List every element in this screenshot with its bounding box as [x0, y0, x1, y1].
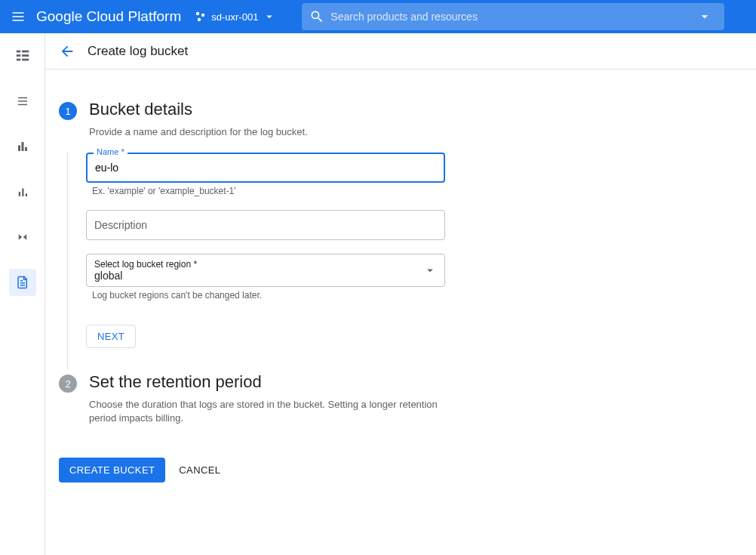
svg-rect-8 — [22, 59, 29, 61]
sub-header: Create log bucket — [45, 33, 756, 69]
page-title: Create log bucket — [88, 44, 188, 59]
step-2-desc: Choose the duration that logs are stored… — [89, 398, 466, 425]
svg-point-0 — [196, 12, 199, 15]
name-input[interactable] — [95, 162, 436, 174]
nav-logs-icon[interactable] — [9, 42, 36, 69]
name-field[interactable]: Name * — [86, 153, 445, 183]
nav-router-icon[interactable] — [9, 224, 36, 251]
search-expand-icon[interactable] — [693, 5, 717, 29]
nav-metrics-icon[interactable] — [9, 178, 36, 205]
region-select[interactable]: Select log bucket region * global — [86, 254, 445, 287]
nav-dashboard-icon[interactable] — [9, 133, 36, 160]
step-1-title: Bucket details — [89, 100, 573, 119]
svg-rect-14 — [25, 147, 27, 151]
dropdown-icon — [423, 264, 437, 277]
svg-rect-13 — [21, 142, 23, 151]
svg-point-1 — [201, 14, 204, 17]
region-helper: Log bucket regions can't be changed late… — [86, 290, 573, 301]
create-bucket-button[interactable]: CREATE BUCKET — [59, 458, 165, 483]
back-arrow-icon[interactable] — [59, 43, 75, 60]
top-bar: Google Cloud Platform sd-uxr-001 — [0, 0, 756, 33]
menu-icon[interactable] — [9, 8, 27, 26]
gcp-logo: Google Cloud Platform — [36, 8, 181, 25]
description-placeholder: Description — [94, 219, 147, 231]
svg-rect-15 — [18, 192, 20, 196]
svg-rect-6 — [22, 51, 29, 53]
svg-rect-4 — [16, 54, 20, 57]
svg-point-2 — [198, 18, 201, 21]
name-label: Name * — [94, 147, 128, 156]
next-button[interactable]: NEXT — [86, 325, 136, 348]
step-1-badge: 1 — [59, 102, 77, 120]
project-selector[interactable]: sd-uxr-001 — [190, 7, 281, 26]
step-2-title: Set the retention period — [89, 372, 573, 392]
description-field[interactable]: Description — [86, 210, 445, 240]
project-icon — [195, 11, 207, 23]
svg-rect-3 — [16, 51, 20, 53]
nav-list-icon[interactable] — [9, 88, 36, 115]
caret-down-icon — [263, 10, 276, 23]
region-label: Select log bucket region * — [94, 259, 437, 270]
search-input[interactable] — [330, 11, 687, 23]
svg-rect-7 — [22, 54, 29, 57]
svg-rect-5 — [16, 59, 20, 61]
project-name: sd-uxr-001 — [211, 11, 258, 23]
step-2-badge: 2 — [59, 375, 77, 393]
svg-rect-11 — [18, 104, 27, 106]
name-helper: Ex. 'example' or 'example_bucket-1' — [86, 186, 573, 196]
nav-storage-icon[interactable] — [9, 269, 36, 296]
step-1-desc: Provide a name and description for the l… — [89, 125, 466, 139]
left-nav — [0, 33, 45, 555]
svg-rect-10 — [18, 100, 27, 102]
svg-rect-12 — [18, 146, 20, 152]
svg-rect-16 — [22, 189, 23, 197]
region-value: global — [94, 270, 437, 282]
svg-rect-17 — [25, 193, 26, 196]
search-icon — [309, 9, 324, 24]
cancel-button[interactable]: CANCEL — [179, 464, 220, 476]
search-box[interactable] — [302, 3, 724, 30]
svg-rect-9 — [18, 97, 27, 99]
